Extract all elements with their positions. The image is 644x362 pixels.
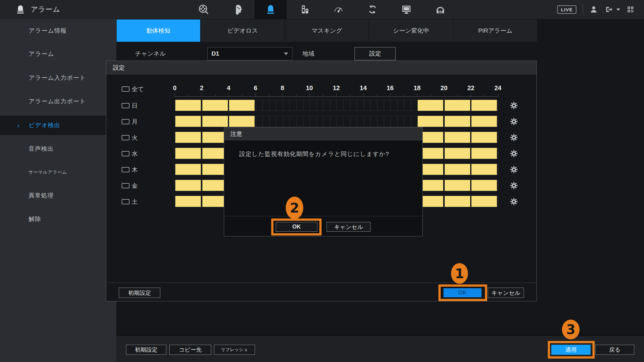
schedule-period bbox=[445, 100, 470, 111]
day-checkbox-5[interactable] bbox=[122, 183, 129, 188]
dialog-default-button[interactable]: 初期設定 bbox=[119, 288, 160, 298]
sidebar-item-label: アラーム情報 bbox=[29, 27, 67, 35]
schedule-period bbox=[445, 180, 470, 191]
sidebar-item-1[interactable]: ›アラーム bbox=[0, 44, 116, 64]
qr-code-icon[interactable] bbox=[626, 5, 635, 14]
sidebar-item-label: アラーム bbox=[29, 50, 54, 58]
dialog-ok-button[interactable]: OK bbox=[443, 288, 482, 297]
maintain-refresh-icon[interactable] bbox=[356, 0, 388, 19]
live-badge[interactable]: LIVE bbox=[557, 5, 576, 14]
hour-label-2: 2 bbox=[189, 84, 214, 92]
schedule-period bbox=[202, 116, 228, 127]
schedule-bar-1[interactable] bbox=[175, 116, 498, 127]
gear-icon[interactable] bbox=[510, 118, 518, 125]
gear-icon[interactable] bbox=[510, 134, 518, 141]
ruler-tick bbox=[498, 94, 498, 96]
sidebar-item-label: 音声検出 bbox=[29, 145, 54, 153]
sidebar-item-4[interactable]: ›ビデオ検出 bbox=[0, 116, 116, 135]
tab-4[interactable]: PIRアラーム bbox=[454, 19, 537, 42]
alarm-siren-icon[interactable] bbox=[255, 0, 287, 19]
sidebar-item-label: アラーム入力ポート bbox=[29, 74, 86, 82]
user-icon[interactable] bbox=[589, 5, 598, 14]
notice-modal: 注意 設定した監視有効化期間をカメラと同じにしますか? OK キャンセル bbox=[224, 127, 423, 236]
dialog-cancel-button[interactable]: キャンセル bbox=[488, 288, 524, 298]
sidebar-item-label: ビデオ検出 bbox=[29, 121, 60, 129]
sidebar-item-3[interactable]: ›アラーム出力ポート bbox=[0, 92, 116, 111]
sidebar-item-7[interactable]: ›異常処理 bbox=[0, 186, 116, 205]
copy-to-button[interactable]: コピー先 bbox=[169, 345, 211, 355]
schedule-bar-0[interactable] bbox=[175, 100, 498, 111]
day-label-6: 土 bbox=[132, 198, 138, 206]
day-checkbox-4[interactable] bbox=[122, 167, 129, 172]
channel-value: D1 bbox=[212, 50, 219, 57]
brand: アラーム bbox=[15, 0, 60, 19]
day-checkbox-1[interactable] bbox=[122, 119, 129, 124]
sidebar-item-label: サーマルアラーム bbox=[29, 170, 67, 175]
back-button[interactable]: 戻る bbox=[595, 345, 634, 355]
day-checkbox-6[interactable] bbox=[122, 199, 129, 204]
schedule-period bbox=[471, 180, 497, 191]
hour-label-22: 22 bbox=[458, 84, 483, 92]
gear-icon[interactable] bbox=[510, 198, 518, 205]
region-label: 地域 bbox=[302, 50, 314, 58]
ruler-tick bbox=[188, 95, 189, 96]
schedule-period bbox=[175, 132, 201, 143]
sidebar-item-label: アラーム出力ポート bbox=[29, 97, 86, 105]
top-bar: アラーム LIVE bbox=[0, 0, 644, 19]
hour-label-0: 0 bbox=[162, 84, 187, 92]
bottom-default-button[interactable]: 初期設定 bbox=[126, 345, 166, 355]
gauge-icon[interactable] bbox=[322, 0, 355, 19]
ruler-tick bbox=[471, 94, 471, 96]
alarm-siren-logo-icon bbox=[15, 4, 26, 15]
schedule-period bbox=[202, 100, 228, 111]
divider bbox=[106, 283, 537, 283]
day-checkbox-3[interactable] bbox=[122, 151, 129, 156]
schedule-period bbox=[175, 180, 201, 191]
sidebar-item-6[interactable]: ›サーマルアラーム bbox=[0, 163, 116, 182]
divider bbox=[583, 5, 583, 14]
refresh-button[interactable]: リフレッシュ bbox=[214, 345, 255, 355]
ai-icon[interactable] bbox=[222, 0, 254, 19]
gear-icon[interactable] bbox=[510, 102, 518, 109]
modal-ok-button[interactable]: OK bbox=[276, 222, 317, 232]
channel-label: チャンネル bbox=[135, 50, 166, 58]
schedule-period bbox=[471, 116, 497, 127]
playback-search-icon[interactable] bbox=[188, 0, 220, 19]
sidebar-item-0[interactable]: ›アラーム情報 bbox=[0, 21, 116, 41]
tab-0[interactable]: 動体検知 bbox=[117, 19, 200, 42]
tab-1[interactable]: ビデオロス bbox=[201, 19, 284, 42]
divider bbox=[224, 216, 422, 216]
apply-button[interactable]: 適用 bbox=[551, 345, 591, 355]
gear-icon[interactable] bbox=[510, 182, 518, 189]
audio-headset-icon[interactable] bbox=[424, 0, 456, 19]
hour-label-20: 20 bbox=[432, 84, 457, 92]
hour-label-4: 4 bbox=[216, 84, 241, 92]
day-label-1: 月 bbox=[132, 118, 138, 126]
hour-label-16: 16 bbox=[377, 84, 403, 92]
select-all-checkbox[interactable] bbox=[122, 86, 129, 92]
tab-2[interactable]: マスキング bbox=[285, 19, 369, 42]
gear-icon[interactable] bbox=[510, 150, 518, 157]
ruler-tick bbox=[431, 95, 431, 96]
day-checkbox-2[interactable] bbox=[122, 135, 129, 140]
day-checkbox-0[interactable] bbox=[122, 103, 129, 108]
ruler-tick bbox=[350, 95, 350, 96]
tab-3[interactable]: シーン変化中 bbox=[369, 19, 453, 42]
sidebar-item-5[interactable]: ›音声検出 bbox=[0, 139, 116, 159]
gear-icon[interactable] bbox=[510, 166, 518, 173]
schedule-period bbox=[175, 100, 201, 111]
sidebar-item-2[interactable]: ›アラーム入力ポート bbox=[0, 68, 116, 88]
schedule-period bbox=[445, 196, 470, 207]
region-setup-button[interactable]: 設定 bbox=[355, 47, 396, 60]
day-label-0: 日 bbox=[132, 102, 138, 110]
schedule-period bbox=[445, 132, 470, 143]
sidebar-item-8[interactable]: ›解除 bbox=[0, 209, 116, 229]
logout-icon[interactable] bbox=[604, 5, 613, 14]
hour-ruler bbox=[174, 96, 498, 97]
display-icon[interactable] bbox=[390, 0, 422, 19]
channel-select[interactable]: D1 bbox=[207, 47, 292, 60]
modal-cancel-button[interactable]: キャンセル bbox=[327, 222, 371, 232]
ruler-tick bbox=[363, 94, 364, 96]
storage-device-icon[interactable] bbox=[289, 0, 321, 19]
caret-down-icon[interactable] bbox=[616, 8, 620, 11]
